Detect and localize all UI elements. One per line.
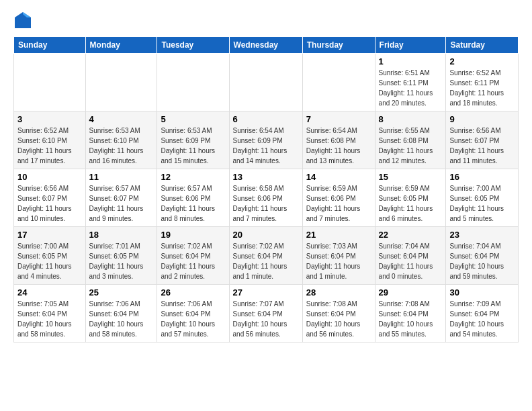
day-info: Sunrise: 7:08 AM Sunset: 6:04 PM Dayligh… bbox=[306, 299, 371, 339]
calendar-cell: 1Sunrise: 6:51 AM Sunset: 6:11 PM Daylig… bbox=[375, 54, 446, 111]
day-number: 11 bbox=[89, 172, 154, 182]
day-info: Sunrise: 7:06 AM Sunset: 6:04 PM Dayligh… bbox=[161, 299, 225, 339]
day-info: Sunrise: 6:53 AM Sunset: 6:09 PM Dayligh… bbox=[161, 126, 225, 166]
day-info: Sunrise: 7:04 AM Sunset: 6:04 PM Dayligh… bbox=[379, 241, 443, 281]
day-number: 20 bbox=[233, 230, 299, 240]
day-info: Sunrise: 6:52 AM Sunset: 6:11 PM Dayligh… bbox=[449, 68, 515, 108]
calendar-cell: 23Sunrise: 7:04 AM Sunset: 6:04 PM Dayli… bbox=[446, 227, 519, 285]
day-number: 8 bbox=[379, 114, 443, 124]
calendar-cell: 11Sunrise: 6:57 AM Sunset: 6:07 PM Dayli… bbox=[85, 169, 157, 227]
day-info: Sunrise: 6:54 AM Sunset: 6:08 PM Dayligh… bbox=[306, 126, 371, 166]
calendar-cell: 8Sunrise: 6:55 AM Sunset: 6:08 PM Daylig… bbox=[375, 111, 446, 169]
day-number: 27 bbox=[233, 287, 299, 298]
calendar-cell: 16Sunrise: 7:00 AM Sunset: 6:05 PM Dayli… bbox=[446, 169, 519, 227]
day-number: 19 bbox=[161, 230, 225, 240]
calendar-cell: 6Sunrise: 6:54 AM Sunset: 6:09 PM Daylig… bbox=[229, 111, 302, 169]
day-info: Sunrise: 7:05 AM Sunset: 6:04 PM Dayligh… bbox=[17, 299, 82, 339]
calendar-cell: 24Sunrise: 7:05 AM Sunset: 6:04 PM Dayli… bbox=[14, 285, 86, 342]
day-number: 6 bbox=[233, 114, 299, 124]
header bbox=[13, 11, 519, 30]
calendar-week-row: 1Sunrise: 6:51 AM Sunset: 6:11 PM Daylig… bbox=[14, 54, 519, 111]
day-number: 15 bbox=[379, 172, 443, 182]
day-number: 2 bbox=[449, 56, 515, 66]
calendar-cell: 2Sunrise: 6:52 AM Sunset: 6:11 PM Daylig… bbox=[446, 54, 519, 111]
day-info: Sunrise: 7:03 AM Sunset: 6:04 PM Dayligh… bbox=[306, 241, 371, 281]
calendar-day-header: Tuesday bbox=[157, 37, 229, 54]
calendar-cell: 28Sunrise: 7:08 AM Sunset: 6:04 PM Dayli… bbox=[302, 285, 375, 342]
day-number: 14 bbox=[306, 172, 371, 182]
day-number: 13 bbox=[233, 172, 299, 182]
calendar-header-row: SundayMondayTuesdayWednesdayThursdayFrid… bbox=[14, 37, 519, 54]
calendar-cell: 18Sunrise: 7:01 AM Sunset: 6:05 PM Dayli… bbox=[85, 227, 157, 285]
calendar-day-header: Wednesday bbox=[229, 37, 302, 54]
calendar-cell: 20Sunrise: 7:02 AM Sunset: 6:04 PM Dayli… bbox=[229, 227, 302, 285]
day-number: 9 bbox=[449, 114, 515, 124]
day-info: Sunrise: 7:04 AM Sunset: 6:04 PM Dayligh… bbox=[449, 241, 515, 281]
day-info: Sunrise: 7:06 AM Sunset: 6:04 PM Dayligh… bbox=[89, 299, 154, 339]
calendar-cell: 9Sunrise: 6:56 AM Sunset: 6:07 PM Daylig… bbox=[446, 111, 519, 169]
calendar-cell bbox=[85, 54, 157, 111]
calendar-cell: 10Sunrise: 6:56 AM Sunset: 6:07 PM Dayli… bbox=[14, 169, 86, 227]
calendar-cell bbox=[302, 54, 375, 111]
svg-marker-0 bbox=[15, 12, 31, 28]
day-number: 16 bbox=[449, 172, 515, 182]
calendar-cell: 25Sunrise: 7:06 AM Sunset: 6:04 PM Dayli… bbox=[85, 285, 157, 342]
page: SundayMondayTuesdayWednesdayThursdayFrid… bbox=[0, 0, 532, 411]
day-number: 3 bbox=[17, 114, 82, 124]
day-info: Sunrise: 6:54 AM Sunset: 6:09 PM Dayligh… bbox=[233, 126, 299, 166]
day-number: 29 bbox=[379, 287, 443, 298]
calendar-day-header: Saturday bbox=[446, 37, 519, 54]
calendar-week-row: 3Sunrise: 6:52 AM Sunset: 6:10 PM Daylig… bbox=[14, 111, 519, 169]
calendar-cell: 19Sunrise: 7:02 AM Sunset: 6:04 PM Dayli… bbox=[157, 227, 229, 285]
calendar-cell: 29Sunrise: 7:08 AM Sunset: 6:04 PM Dayli… bbox=[375, 285, 446, 342]
calendar-cell: 13Sunrise: 6:58 AM Sunset: 6:06 PM Dayli… bbox=[229, 169, 302, 227]
day-info: Sunrise: 6:59 AM Sunset: 6:06 PM Dayligh… bbox=[306, 183, 371, 224]
day-number: 22 bbox=[379, 230, 443, 240]
day-number: 5 bbox=[161, 114, 225, 124]
day-number: 18 bbox=[89, 230, 154, 240]
day-info: Sunrise: 7:09 AM Sunset: 6:04 PM Dayligh… bbox=[449, 299, 515, 339]
day-number: 23 bbox=[449, 230, 515, 240]
calendar-day-header: Sunday bbox=[14, 37, 86, 54]
calendar-day-header: Friday bbox=[375, 37, 446, 54]
calendar-cell: 15Sunrise: 6:59 AM Sunset: 6:05 PM Dayli… bbox=[375, 169, 446, 227]
day-number: 26 bbox=[161, 287, 225, 298]
day-info: Sunrise: 7:07 AM Sunset: 6:04 PM Dayligh… bbox=[233, 299, 299, 339]
day-info: Sunrise: 7:00 AM Sunset: 6:05 PM Dayligh… bbox=[17, 241, 82, 281]
calendar-cell: 22Sunrise: 7:04 AM Sunset: 6:04 PM Dayli… bbox=[375, 227, 446, 285]
day-info: Sunrise: 6:56 AM Sunset: 6:07 PM Dayligh… bbox=[17, 183, 82, 224]
day-info: Sunrise: 6:56 AM Sunset: 6:07 PM Dayligh… bbox=[449, 126, 515, 166]
day-number: 10 bbox=[17, 172, 82, 182]
day-number: 7 bbox=[306, 114, 371, 124]
day-info: Sunrise: 6:53 AM Sunset: 6:10 PM Dayligh… bbox=[89, 126, 154, 166]
day-info: Sunrise: 7:02 AM Sunset: 6:04 PM Dayligh… bbox=[233, 241, 299, 281]
calendar-cell: 12Sunrise: 6:57 AM Sunset: 6:06 PM Dayli… bbox=[157, 169, 229, 227]
calendar-cell: 27Sunrise: 7:07 AM Sunset: 6:04 PM Dayli… bbox=[229, 285, 302, 342]
day-number: 12 bbox=[161, 172, 225, 182]
calendar-cell: 4Sunrise: 6:53 AM Sunset: 6:10 PM Daylig… bbox=[85, 111, 157, 169]
calendar-cell: 21Sunrise: 7:03 AM Sunset: 6:04 PM Dayli… bbox=[302, 227, 375, 285]
day-info: Sunrise: 7:08 AM Sunset: 6:04 PM Dayligh… bbox=[379, 299, 443, 339]
day-number: 4 bbox=[89, 114, 154, 124]
calendar-day-header: Monday bbox=[85, 37, 157, 54]
day-number: 25 bbox=[89, 287, 154, 298]
calendar-day-header: Thursday bbox=[302, 37, 375, 54]
calendar-week-row: 10Sunrise: 6:56 AM Sunset: 6:07 PM Dayli… bbox=[14, 169, 519, 227]
day-info: Sunrise: 7:00 AM Sunset: 6:05 PM Dayligh… bbox=[449, 183, 515, 224]
calendar-cell bbox=[229, 54, 302, 111]
calendar-cell: 26Sunrise: 7:06 AM Sunset: 6:04 PM Dayli… bbox=[157, 285, 229, 342]
logo-icon bbox=[13, 11, 32, 30]
calendar-cell bbox=[157, 54, 229, 111]
day-number: 30 bbox=[449, 287, 515, 298]
day-number: 24 bbox=[17, 287, 82, 298]
calendar-cell: 5Sunrise: 6:53 AM Sunset: 6:09 PM Daylig… bbox=[157, 111, 229, 169]
day-number: 28 bbox=[306, 287, 371, 298]
calendar-cell: 14Sunrise: 6:59 AM Sunset: 6:06 PM Dayli… bbox=[302, 169, 375, 227]
calendar-week-row: 17Sunrise: 7:00 AM Sunset: 6:05 PM Dayli… bbox=[14, 227, 519, 285]
day-info: Sunrise: 7:01 AM Sunset: 6:05 PM Dayligh… bbox=[89, 241, 154, 281]
day-info: Sunrise: 6:55 AM Sunset: 6:08 PM Dayligh… bbox=[379, 126, 443, 166]
day-number: 21 bbox=[306, 230, 371, 240]
day-number: 1 bbox=[379, 56, 443, 66]
logo bbox=[13, 11, 34, 30]
calendar-week-row: 24Sunrise: 7:05 AM Sunset: 6:04 PM Dayli… bbox=[14, 285, 519, 342]
